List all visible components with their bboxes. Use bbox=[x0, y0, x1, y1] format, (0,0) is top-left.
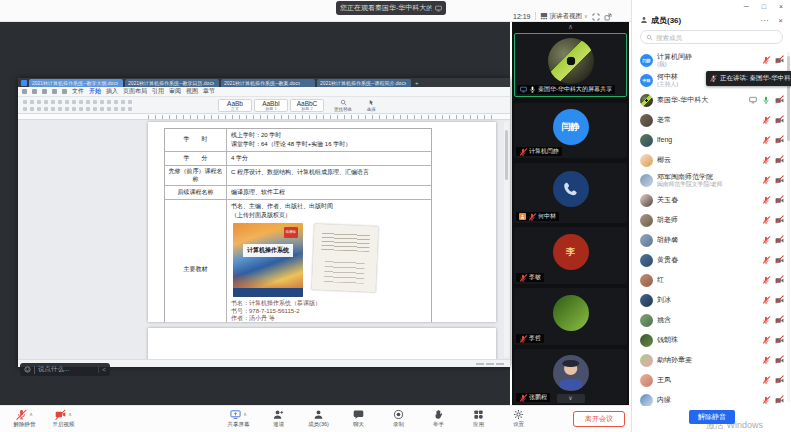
ribbon-button[interactable] bbox=[51, 100, 55, 104]
document-tab[interactable]: 2021秋计算机操作系统--课程简介.docx bbox=[317, 79, 411, 87]
maximize-icon[interactable]: □ bbox=[762, 3, 766, 10]
member-row[interactable]: 胡老师 bbox=[632, 210, 791, 230]
menu-item[interactable]: 视图 bbox=[186, 87, 198, 96]
video-tile[interactable]: 何中林 bbox=[514, 163, 627, 223]
collapse-chat-icon[interactable]: < bbox=[98, 366, 106, 373]
member-list-scrollbar[interactable] bbox=[787, 52, 790, 402]
ribbon-button[interactable] bbox=[107, 100, 111, 104]
menu-item[interactable]: 开始 bbox=[89, 87, 101, 96]
quick-access-button[interactable] bbox=[32, 89, 37, 94]
ribbon-button[interactable] bbox=[79, 107, 83, 111]
member-row[interactable]: 老常 bbox=[632, 110, 791, 130]
menu-item[interactable]: 文件 bbox=[72, 87, 84, 96]
document-tab[interactable]: 2021秋计算机操作系统--教学大纲.docx bbox=[29, 79, 123, 87]
member-row[interactable]: 王凤 bbox=[632, 370, 791, 390]
more-icon[interactable]: ⋯ bbox=[760, 16, 768, 25]
emoji-icon[interactable] bbox=[24, 366, 31, 373]
zoom-control[interactable] bbox=[486, 363, 494, 365]
style-preset[interactable]: AaBbC标题 2 bbox=[290, 99, 324, 112]
member-row[interactable]: 钱朝珠 bbox=[632, 330, 791, 350]
quick-access-button[interactable] bbox=[42, 89, 47, 94]
ribbon-button[interactable] bbox=[58, 100, 62, 104]
ribbon-button[interactable] bbox=[114, 107, 118, 111]
member-row[interactable]: 内缘 bbox=[632, 390, 791, 406]
toolbar-button-chat[interactable]: 聊天 bbox=[342, 409, 375, 428]
ribbon-tool-find-replace[interactable]: 查找替换 bbox=[330, 99, 356, 112]
ribbon-button[interactable] bbox=[65, 100, 69, 104]
ribbon-button[interactable] bbox=[86, 100, 90, 104]
search-input[interactable] bbox=[656, 34, 766, 41]
video-tile[interactable]: 秦国华-华中科大的屏幕共享 bbox=[514, 33, 627, 97]
style-preset[interactable]: AaBb正文 bbox=[218, 99, 252, 112]
member-row[interactable]: 关玉春 bbox=[632, 190, 791, 210]
ribbon-tool-select[interactable]: 选择 bbox=[358, 99, 384, 112]
member-search-box[interactable] bbox=[640, 30, 783, 44]
leave-meeting-button[interactable]: 离开会议 bbox=[573, 411, 625, 427]
ribbon-button[interactable] bbox=[65, 107, 69, 111]
view-mode-button[interactable]: 演讲者视图 ∨ bbox=[540, 12, 588, 21]
toolbar-button-share-screen[interactable]: ∧共享屏幕 bbox=[222, 409, 255, 428]
close-panel-icon[interactable]: × bbox=[778, 16, 783, 25]
quick-access-button[interactable] bbox=[22, 89, 27, 94]
ribbon-button[interactable] bbox=[93, 100, 97, 104]
document-scrollbar[interactable] bbox=[504, 122, 509, 357]
ribbon-button[interactable] bbox=[100, 100, 104, 104]
toolbar-button-grid[interactable]: 应用 bbox=[462, 409, 495, 428]
toolbar-button-person[interactable]: 成员(36) bbox=[302, 409, 335, 428]
toolbar-button-record[interactable]: 录制 bbox=[382, 409, 415, 428]
toolbar-button-mic[interactable]: ∧解除静音 bbox=[8, 409, 41, 428]
toolbar-button-hand[interactable]: 举手 bbox=[422, 409, 455, 428]
ribbon-button[interactable] bbox=[128, 100, 132, 104]
member-row[interactable]: lfeng bbox=[632, 130, 791, 150]
toolbar-button-person-plus[interactable]: 邀请 bbox=[262, 409, 295, 428]
ribbon-button[interactable] bbox=[72, 107, 76, 111]
ribbon-button[interactable] bbox=[93, 107, 97, 111]
quick-chat-bar[interactable]: 说点什么... < bbox=[20, 363, 110, 376]
menu-item[interactable]: 页面布局 bbox=[123, 87, 147, 96]
ribbon-button[interactable] bbox=[44, 100, 48, 104]
menu-item[interactable]: 引用 bbox=[152, 87, 164, 96]
ribbon-button[interactable] bbox=[51, 107, 55, 111]
menu-item[interactable]: 审阅 bbox=[169, 87, 181, 96]
chat-input-placeholder[interactable]: 说点什么... bbox=[38, 365, 95, 374]
document-tab[interactable]: 2021秋计算机操作系统--教学日历.docx bbox=[125, 79, 219, 87]
ribbon-button[interactable] bbox=[107, 107, 111, 111]
ribbon-button[interactable] bbox=[121, 100, 125, 104]
ribbon-button[interactable] bbox=[37, 100, 41, 104]
toolbar-button-gear[interactable]: 设置 bbox=[502, 409, 535, 428]
video-tile[interactable]: 闫静计算机闫静 bbox=[514, 103, 627, 158]
member-row[interactable]: 椰云 bbox=[632, 150, 791, 170]
document-tab[interactable]: 2021秋计算机操作系统--教案.docx bbox=[221, 79, 315, 87]
ribbon-button[interactable] bbox=[44, 107, 48, 111]
ribbon-button[interactable] bbox=[23, 100, 27, 104]
ribbon-button[interactable] bbox=[114, 100, 118, 104]
new-tab-button[interactable]: + bbox=[415, 80, 419, 86]
style-preset[interactable]: AaBbI标题 1 bbox=[254, 99, 288, 112]
ribbon-button[interactable] bbox=[37, 107, 41, 111]
close-icon[interactable]: × bbox=[779, 3, 783, 10]
collapse-strip-button[interactable]: ∧ bbox=[568, 23, 573, 31]
video-tile[interactable]: 李哲 bbox=[514, 288, 627, 345]
member-row[interactable]: 闫静计算机闫静(我) bbox=[632, 50, 791, 70]
ribbon-button[interactable] bbox=[30, 100, 34, 104]
expand-strip-button[interactable]: ∨ bbox=[557, 394, 585, 403]
member-row[interactable]: 秦国华-华中科大 bbox=[632, 90, 791, 110]
member-row[interactable]: 邓军闽南师范学院闽南师范学院文学院/老师 bbox=[632, 170, 791, 190]
scrollbar-thumb[interactable] bbox=[787, 56, 790, 141]
ribbon-button[interactable] bbox=[100, 107, 104, 111]
quick-access-button[interactable] bbox=[52, 89, 57, 94]
ribbon-button[interactable] bbox=[30, 107, 34, 111]
minimize-icon[interactable]: ─ bbox=[744, 3, 749, 10]
ribbon-button[interactable] bbox=[121, 107, 125, 111]
ribbon-button[interactable] bbox=[72, 100, 76, 104]
ribbon-button[interactable] bbox=[79, 100, 83, 104]
ribbon-button[interactable] bbox=[23, 107, 27, 111]
unmute-button[interactable]: 解除静音 bbox=[689, 410, 735, 424]
menu-item[interactable]: 插入 bbox=[106, 87, 118, 96]
member-row[interactable]: 勐纳孙章雯 bbox=[632, 350, 791, 370]
quick-access-button[interactable] bbox=[62, 89, 67, 94]
member-row[interactable]: 姚含 bbox=[632, 310, 791, 330]
video-tile[interactable]: 李李敏 bbox=[514, 227, 627, 284]
member-list[interactable]: 闫静计算机闫静(我)中林何中林(主持人)秦国华-华中科大老常lfeng椰云邓军闽… bbox=[632, 50, 791, 406]
ribbon-button[interactable] bbox=[86, 107, 90, 111]
